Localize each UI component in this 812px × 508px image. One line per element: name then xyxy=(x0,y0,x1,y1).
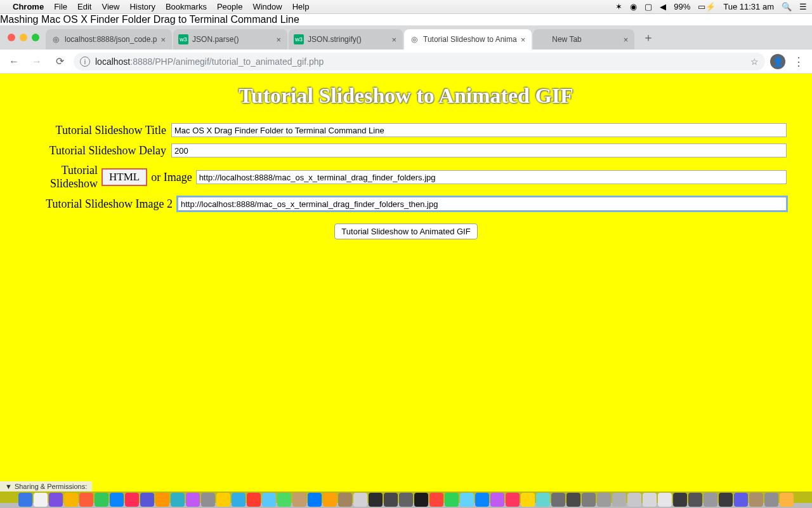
input-image-2[interactable] xyxy=(178,197,787,211)
dock-app-6[interactable] xyxy=(110,493,124,507)
dock-app-7[interactable] xyxy=(125,493,139,507)
tab-close-button[interactable]: × xyxy=(159,35,167,44)
dock-app-36[interactable] xyxy=(566,493,580,507)
finder-section-label: Sharing & Permissions: xyxy=(15,483,87,490)
tab-5[interactable]: New Tab × xyxy=(533,29,634,50)
tab-close-button[interactable]: × xyxy=(622,35,630,44)
dock-app-10[interactable] xyxy=(171,493,185,507)
submit-button[interactable]: Tutorial Slideshow to Animated GIF xyxy=(334,224,477,239)
address-bar[interactable]: i localhost:8888/PHP/animegif/tutorial_t… xyxy=(74,53,765,70)
dock-app-37[interactable] xyxy=(582,493,596,507)
profile-avatar[interactable]: 👤 xyxy=(770,54,785,69)
dock-app-40[interactable] xyxy=(627,493,641,507)
dock-app-14[interactable] xyxy=(232,493,246,507)
dock-app-34[interactable] xyxy=(536,493,550,507)
airplay-icon[interactable]: ▢ xyxy=(645,2,652,11)
dock-app-4[interactable] xyxy=(79,493,93,507)
wifi-icon[interactable]: ◉ xyxy=(630,2,637,11)
dock-app-24[interactable] xyxy=(384,493,398,507)
dock-app-2[interactable] xyxy=(49,493,63,507)
back-button[interactable]: ← xyxy=(5,53,23,70)
dock-app-17[interactable] xyxy=(277,493,291,507)
tab-close-button[interactable]: × xyxy=(275,35,282,44)
dock-app-33[interactable] xyxy=(521,493,535,507)
chrome-menu-button[interactable]: ⋮ xyxy=(790,55,807,69)
status-icon[interactable]: ✶ xyxy=(615,2,622,11)
tab-close-button[interactable]: × xyxy=(390,35,398,44)
dock-app-18[interactable] xyxy=(292,493,306,507)
tab-1[interactable]: ◎ localhost:8888/json_code.p × xyxy=(46,29,172,50)
menu-people[interactable]: People xyxy=(217,2,242,11)
window-minimize-button[interactable] xyxy=(20,34,27,41)
clock[interactable]: Tue 11:31 am xyxy=(723,2,774,11)
tab-3[interactable]: w3 JSON.stringify() × xyxy=(289,29,403,50)
menu-window[interactable]: Window xyxy=(252,2,282,11)
dock-app-12[interactable] xyxy=(201,493,215,507)
dock-app-45[interactable] xyxy=(704,493,717,507)
dock-app-44[interactable] xyxy=(688,493,702,507)
dock-app-1[interactable] xyxy=(34,493,48,507)
dock-app-27[interactable] xyxy=(429,493,443,507)
dock-app-13[interactable] xyxy=(216,493,230,507)
dock-app-42[interactable] xyxy=(658,493,672,507)
battery-icon[interactable]: ▭⚡ xyxy=(698,2,716,11)
dock-app-22[interactable] xyxy=(353,493,367,507)
tab-title: JSON.stringify() xyxy=(308,35,388,44)
dock-app-50[interactable] xyxy=(780,493,794,507)
dock-app-23[interactable] xyxy=(369,493,383,507)
dock-app-11[interactable] xyxy=(186,493,200,507)
menu-history[interactable]: History xyxy=(129,2,155,11)
dock-app-32[interactable] xyxy=(506,493,520,507)
label-or-image: or Image xyxy=(151,171,192,184)
dock-app-41[interactable] xyxy=(643,493,657,507)
window-close-button[interactable] xyxy=(8,34,15,41)
dock-app-16[interactable] xyxy=(262,493,276,507)
dock-app-0[interactable] xyxy=(18,493,32,507)
dock-app-35[interactable] xyxy=(551,493,565,507)
dock-app-8[interactable] xyxy=(140,493,154,507)
input-image-1[interactable] xyxy=(196,170,787,184)
dock-app-19[interactable] xyxy=(308,493,322,507)
dock-app-9[interactable] xyxy=(155,493,169,507)
input-delay[interactable] xyxy=(171,144,787,157)
site-info-icon[interactable]: i xyxy=(80,57,90,67)
disclosure-triangle-icon[interactable]: ▼ xyxy=(5,483,12,490)
dock-app-47[interactable] xyxy=(734,493,748,507)
tab-close-button[interactable]: × xyxy=(520,35,527,44)
new-tab-button[interactable]: ＋ xyxy=(639,29,657,46)
input-title[interactable] xyxy=(171,123,787,137)
dock-app-46[interactable] xyxy=(719,493,733,507)
dock-app-39[interactable] xyxy=(612,493,626,507)
tab-2[interactable]: w3 JSON.parse() × xyxy=(173,29,287,50)
tab-4-active[interactable]: ◎ Tutorial Slideshow to Anima × xyxy=(404,29,532,50)
dock-app-30[interactable] xyxy=(475,493,489,507)
menu-help[interactable]: Help xyxy=(292,2,310,11)
spotlight-icon[interactable]: 🔍 xyxy=(782,2,792,11)
menu-view[interactable]: View xyxy=(102,2,119,11)
notification-center-icon[interactable]: ☰ xyxy=(799,2,807,11)
dock-app-48[interactable] xyxy=(749,493,763,507)
window-zoom-button[interactable] xyxy=(32,34,39,41)
dock-app-15[interactable] xyxy=(247,493,261,507)
dock-app-21[interactable] xyxy=(338,493,352,507)
html-button[interactable]: HTML xyxy=(102,168,147,186)
bookmark-star-icon[interactable]: ☆ xyxy=(750,57,759,67)
menu-file[interactable]: File xyxy=(54,2,67,11)
dock-app-38[interactable] xyxy=(597,493,611,507)
app-menu[interactable]: Chrome xyxy=(13,2,44,11)
menu-bookmarks[interactable]: Bookmarks xyxy=(166,2,207,11)
dock-app-49[interactable] xyxy=(764,493,778,507)
forward-button[interactable]: → xyxy=(28,53,46,70)
reload-button[interactable]: ⟳ xyxy=(51,53,69,70)
dock-app-29[interactable] xyxy=(460,493,474,507)
menu-edit[interactable]: Edit xyxy=(77,2,91,11)
volume-icon[interactable]: ◀ xyxy=(660,2,666,11)
dock-app-26[interactable] xyxy=(414,493,428,507)
dock-app-43[interactable] xyxy=(673,493,687,507)
dock-app-28[interactable] xyxy=(445,493,459,507)
dock-app-25[interactable] xyxy=(399,493,413,507)
dock-app-31[interactable] xyxy=(490,493,504,507)
dock-app-3[interactable] xyxy=(64,493,78,507)
dock-app-20[interactable] xyxy=(323,493,337,507)
dock-app-5[interactable] xyxy=(95,493,108,507)
